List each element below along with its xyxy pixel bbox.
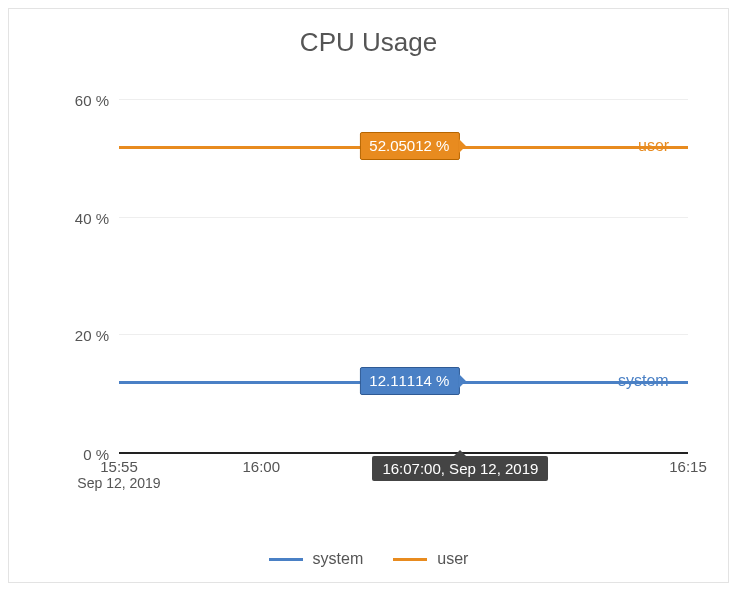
x-tick-label: 15:55 Sep 12, 2019 [77, 452, 160, 491]
legend-label: user [437, 550, 468, 568]
x-tick-label: 16:00 [242, 452, 280, 475]
legend-item-user[interactable]: user [393, 550, 468, 568]
legend-swatch-system [269, 558, 303, 561]
x-tick-text: 16:00 [242, 458, 280, 475]
legend-label: system [313, 550, 364, 568]
x-tick-text: 16:15 [669, 458, 707, 475]
plot-wrap: 60 % 40 % 20 % 0 % 52.05012 % 12.11114 % [69, 99, 698, 492]
series-end-label-system: system [618, 372, 669, 390]
gridline: 20 % [119, 334, 688, 335]
y-tick-label: 60 % [75, 92, 119, 109]
x-tick-label: 16:15 [669, 452, 707, 475]
plot-area[interactable]: 60 % 40 % 20 % 0 % 52.05012 % 12.11114 % [119, 99, 688, 452]
legend-item-system[interactable]: system [269, 550, 364, 568]
tooltip-user-value: 52.05012 % [369, 137, 449, 154]
y-tick-label: 40 % [75, 209, 119, 226]
hover-x-text: 16:07:00, Sep 12, 2019 [382, 460, 538, 477]
legend-swatch-user [393, 558, 427, 561]
x-tick-subtext: Sep 12, 2019 [77, 475, 160, 491]
hover-x-label: 16:07:00, Sep 12, 2019 [372, 456, 548, 481]
legend: system user [9, 550, 728, 568]
y-tick-label: 20 % [75, 327, 119, 344]
x-tick-text: 15:55 [77, 458, 160, 475]
gridline: 60 % [119, 99, 688, 100]
gridline: 40 % [119, 217, 688, 218]
chart-card: CPU Usage 60 % 40 % 20 % 0 % 52.05012 % [8, 8, 729, 583]
tooltip-user: 52.05012 % [360, 132, 460, 160]
tooltip-system-value: 12.11114 % [369, 372, 449, 389]
chart-title: CPU Usage [9, 9, 728, 58]
series-end-label-user: user [638, 137, 669, 155]
tooltip-system: 12.11114 % [360, 367, 460, 395]
x-axis-baseline: 0 % [119, 452, 688, 454]
